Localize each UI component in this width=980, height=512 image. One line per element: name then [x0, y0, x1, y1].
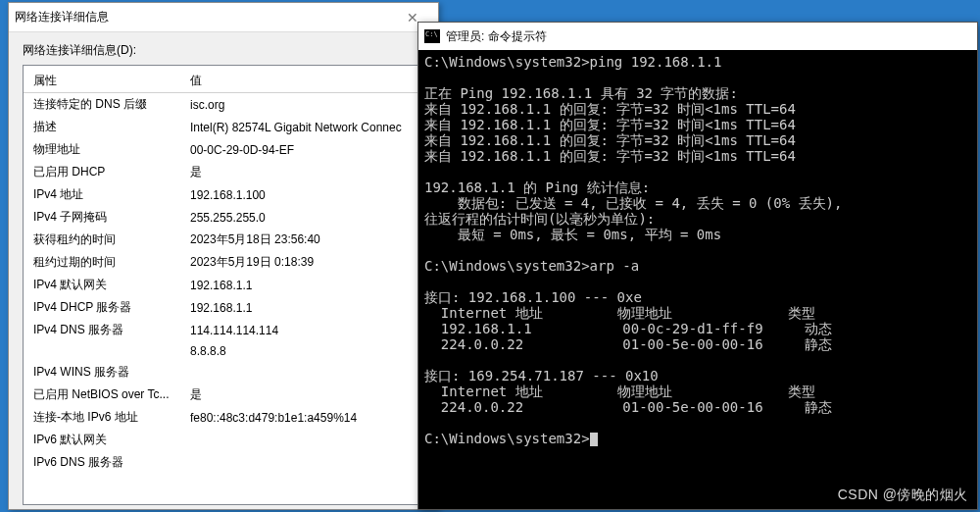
- table-row[interactable]: 连接特定的 DNS 后缀isc.org: [24, 93, 423, 117]
- table-row[interactable]: 8.8.8.8: [24, 341, 423, 361]
- table-row[interactable]: 获得租约的时间2023年5月18日 23:56:40: [24, 229, 423, 251]
- cmd-output[interactable]: C:\Windows\system32>ping 192.168.1.1 正在 …: [418, 50, 977, 450]
- property-cell: 连接特定的 DNS 后缀: [24, 93, 180, 117]
- table-row[interactable]: 已启用 DHCP是: [24, 161, 423, 183]
- col-value[interactable]: 值: [180, 70, 423, 93]
- value-cell: Intel(R) 82574L Gigabit Network Connec: [180, 116, 423, 138]
- dialog-body: 网络连接详细信息(D): 属性 值 连接特定的 DNS 后缀isc.org描述I…: [9, 32, 438, 509]
- table-row[interactable]: IPv4 DNS 服务器114.114.114.114: [24, 319, 423, 341]
- watermark: CSDN @傍晚的烟火: [838, 486, 968, 504]
- value-cell: [180, 429, 423, 451]
- cursor: [590, 433, 598, 446]
- table-row[interactable]: IPv4 默认网关192.168.1.1: [24, 274, 423, 296]
- value-cell: [180, 451, 423, 474]
- value-cell: 192.168.1.1: [180, 274, 423, 296]
- property-cell: IPv4 DNS 服务器: [24, 319, 180, 341]
- table-row[interactable]: IPv4 地址192.168.1.100: [24, 183, 423, 206]
- table-row[interactable]: IPv4 子网掩码255.255.255.0: [24, 206, 423, 229]
- table-row[interactable]: 已启用 NetBIOS over Tc...是: [24, 384, 423, 406]
- property-cell: IPv6 DNS 服务器: [24, 451, 180, 474]
- value-cell: 2023年5月19日 0:18:39: [180, 251, 423, 274]
- command-prompt-window: 管理员: 命令提示符 C:\Windows\system32>ping 192.…: [417, 22, 978, 510]
- value-cell: 192.168.1.100: [180, 183, 423, 206]
- table-row[interactable]: IPv6 默认网关: [24, 429, 423, 451]
- table-row[interactable]: 物理地址00-0C-29-0D-94-EF: [24, 138, 423, 161]
- network-details-dialog: 网络连接详细信息 ✕ 网络连接详细信息(D): 属性 值 连接特定的 DNS 后…: [8, 2, 439, 510]
- property-cell: 物理地址: [24, 138, 180, 161]
- cmd-icon: [424, 29, 440, 43]
- table-row[interactable]: IPv4 DHCP 服务器192.168.1.1: [24, 296, 423, 319]
- value-cell: 00-0C-29-0D-94-EF: [180, 138, 423, 161]
- value-cell: 192.168.1.1: [180, 296, 423, 319]
- value-cell: isc.org: [180, 93, 423, 117]
- property-cell: 已启用 DHCP: [24, 161, 180, 183]
- table-row[interactable]: 描述Intel(R) 82574L Gigabit Network Connec: [24, 116, 423, 138]
- property-cell: IPv4 子网掩码: [24, 206, 180, 229]
- property-cell: 租约过期的时间: [24, 251, 180, 274]
- property-cell: 获得租约的时间: [24, 229, 180, 251]
- property-cell: IPv4 地址: [24, 183, 180, 206]
- details-table: 属性 值 连接特定的 DNS 后缀isc.org描述Intel(R) 82574…: [24, 70, 423, 474]
- property-cell: IPv4 DHCP 服务器: [24, 296, 180, 319]
- value-cell: 是: [180, 161, 423, 183]
- property-cell: IPv4 WINS 服务器: [24, 361, 180, 384]
- property-cell: IPv4 默认网关: [24, 274, 180, 296]
- table-row[interactable]: 连接-本地 IPv6 地址fe80::48c3:d479:b1e1:a459%1…: [24, 406, 423, 429]
- value-cell: 2023年5月18日 23:56:40: [180, 229, 423, 251]
- cmd-title: 管理员: 命令提示符: [446, 28, 547, 45]
- details-listbox[interactable]: 属性 值 连接特定的 DNS 后缀isc.org描述Intel(R) 82574…: [23, 65, 424, 505]
- cmd-titlebar[interactable]: 管理员: 命令提示符: [418, 23, 977, 50]
- table-row[interactable]: IPv6 DNS 服务器: [24, 451, 423, 474]
- property-cell: IPv6 默认网关: [24, 429, 180, 451]
- dialog-titlebar[interactable]: 网络连接详细信息 ✕: [9, 3, 438, 32]
- value-cell: 8.8.8.8: [180, 341, 423, 361]
- col-property[interactable]: 属性: [24, 70, 180, 93]
- value-cell: 255.255.255.0: [180, 206, 423, 229]
- details-label: 网络连接详细信息(D):: [23, 42, 424, 59]
- value-cell: 114.114.114.114: [180, 319, 423, 341]
- property-cell: 描述: [24, 116, 180, 138]
- table-row[interactable]: 租约过期的时间2023年5月19日 0:18:39: [24, 251, 423, 274]
- table-row[interactable]: IPv4 WINS 服务器: [24, 361, 423, 384]
- property-cell: [24, 341, 180, 361]
- dialog-title: 网络连接详细信息: [15, 9, 393, 26]
- value-cell: [180, 361, 423, 384]
- property-cell: 连接-本地 IPv6 地址: [24, 406, 180, 429]
- property-cell: 已启用 NetBIOS over Tc...: [24, 384, 180, 406]
- value-cell: 是: [180, 384, 423, 406]
- value-cell: fe80::48c3:d479:b1e1:a459%14: [180, 406, 423, 429]
